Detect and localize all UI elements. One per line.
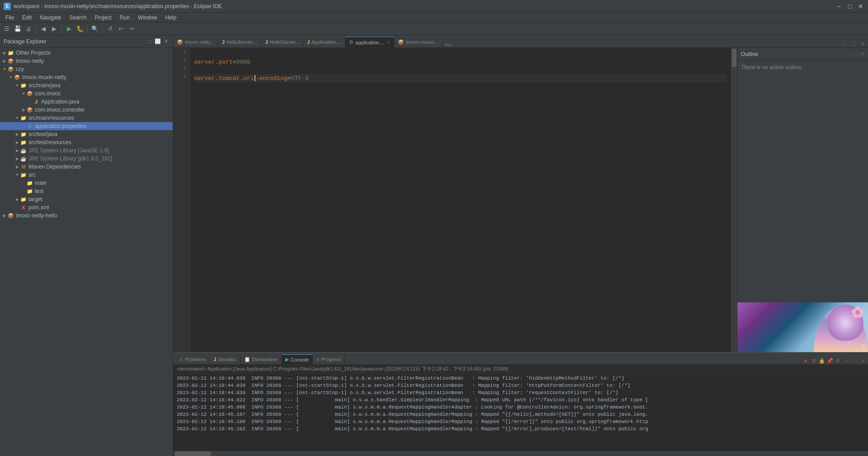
tab-javadoc[interactable]: J Javadoc: [210, 354, 241, 364]
tab-problems[interactable]: ⚠ Problems: [175, 354, 210, 364]
package-explorer-header: Package Explorer □ ⬜ ✕: [0, 35, 173, 48]
toolbar-undo[interactable]: ↩: [116, 24, 126, 34]
tree-label-src: src: [28, 172, 36, 178]
console-line-6: 2023-02-12 14:18:45.187 INFO 20368 --- […: [177, 411, 864, 418]
tree-item-czy[interactable]: ▼📦czy: [0, 65, 173, 73]
maximize-button[interactable]: □: [846, 3, 854, 10]
tab-imooc-netty[interactable]: 📦 imooc-netty...: [173, 37, 218, 47]
outline-close-btn[interactable]: ✕: [860, 51, 864, 57]
menu-edit[interactable]: Edit: [19, 14, 35, 22]
tree-label-imooc-netty-hello: imooc-netty-hello: [16, 212, 57, 219]
console-output[interactable]: 2023-02-12 14:18:44.839 INFO 20368 --- […: [173, 374, 868, 451]
line-num-4: 4: [173, 74, 190, 82]
editor-vscroll[interactable]: [731, 48, 737, 352]
menu-search[interactable]: Search: [66, 14, 90, 22]
console-pin-btn[interactable]: 📌: [826, 357, 834, 364]
menu-navigate[interactable]: Navigate: [36, 14, 65, 22]
tab-overflow[interactable]: »₁₅: [442, 42, 454, 47]
tree-item-imooc-muxin-netty[interactable]: ▼📦imooc-muxin-netty: [0, 73, 173, 81]
tree-item-pom-xml[interactable]: Xpom.xml: [0, 203, 173, 212]
tree-item-Application-java[interactable]: JApplication.java: [0, 98, 173, 106]
tab-application-properties[interactable]: ⚙ application.... ✕: [345, 37, 394, 47]
tree-icon-src-main-java: 📁: [20, 82, 27, 89]
toolbar-run[interactable]: ▶: [64, 24, 74, 34]
vscroll-thumb[interactable]: [732, 49, 736, 67]
tree-item-target[interactable]: ▶📁target: [0, 195, 173, 203]
line-num-1: 1: [173, 50, 190, 58]
console-settings-btn[interactable]: ⚙: [835, 357, 842, 364]
tree-item-test[interactable]: 📁test: [0, 187, 173, 195]
panel-minimize-btn[interactable]: □: [146, 38, 153, 45]
tree-arrow-src-main-resources: ▼: [14, 114, 20, 122]
bottom-hscroll[interactable]: [173, 451, 868, 456]
panel-maximize-btn[interactable]: ⬜: [155, 38, 161, 45]
console-scroll-lock-btn[interactable]: 🔒: [818, 357, 826, 364]
tree-item-src-main-java[interactable]: ▼📁src/main/java: [0, 81, 173, 89]
outline-panel: Outline ─ □ ✕ There is no active outline…: [737, 48, 868, 352]
tab-icon: J: [222, 40, 225, 45]
editor-content[interactable]: server.port=8080 server.tomcat.uri-encod…: [190, 48, 731, 352]
bottom-panel: ⚠ Problems J Javadoc 📋 Declaration ▶ Con…: [173, 352, 868, 456]
tab-imooc-muxin[interactable]: 📦 imooc-muxin...: [394, 37, 443, 47]
tab-progress[interactable]: ≡ Progress: [313, 354, 345, 364]
menu-run[interactable]: Run: [116, 14, 133, 22]
tab-icon: 📦: [177, 39, 183, 45]
tree-icon-target: 📁: [20, 196, 27, 203]
bottom-maximize-btn[interactable]: □: [851, 357, 858, 364]
declaration-icon: 📋: [244, 357, 250, 362]
toolbar-print[interactable]: 🖨: [24, 24, 33, 34]
menu-project[interactable]: Project: [91, 14, 115, 22]
editor-maximize-btn[interactable]: □: [850, 40, 857, 47]
toolbar-refresh[interactable]: ↺: [105, 24, 115, 34]
tab-close-btn[interactable]: ✕: [387, 40, 390, 45]
editor-minimize-btn[interactable]: ─: [841, 40, 848, 47]
console-line-7: 2023-02-12 14:18:45.190 INFO 20368 --- […: [177, 418, 864, 425]
tree-item-src[interactable]: ▼📁src: [0, 171, 173, 179]
tab-hello-server1[interactable]: J HelloServer....: [218, 37, 262, 47]
outline-maximize-btn[interactable]: □: [855, 52, 859, 57]
hscroll-thumb[interactable]: [175, 451, 211, 456]
outline-minimize-btn[interactable]: ─: [850, 52, 854, 57]
tab-console[interactable]: ▶ Console: [282, 354, 313, 364]
tree-item-other-projects[interactable]: ▶📁Other Projects: [0, 49, 173, 57]
tab-declaration[interactable]: 📋 Declaration: [241, 354, 282, 364]
tree-arrow-target: ▶: [14, 195, 20, 203]
tree-item-imooc-netty-hello[interactable]: ▶📦imooc-netty-hello: [0, 212, 173, 220]
toolbar-redo[interactable]: ↪: [127, 24, 137, 34]
tree-item-com-imooc[interactable]: ▼📦com.imooc: [0, 89, 173, 98]
minimize-button[interactable]: −: [835, 3, 843, 10]
menu-window[interactable]: Window: [134, 14, 161, 22]
bottom-minimize-btn[interactable]: ─: [843, 357, 850, 364]
menu-bar: File Edit Navigate Search Project Run Wi…: [0, 13, 868, 23]
bottom-close-btn[interactable]: ✕: [859, 357, 866, 364]
editor-close-btn[interactable]: ✕: [859, 40, 866, 47]
tree-arrow-jre-system-181: ▶: [14, 155, 20, 163]
tree-item-jre-system-181[interactable]: ▶☕JRE System Library [jdk1.8.0_181]: [0, 155, 173, 163]
toolbar-debug[interactable]: 🐛: [75, 24, 85, 34]
menu-help[interactable]: Help: [162, 14, 180, 22]
menu-file[interactable]: File: [2, 14, 18, 22]
close-button[interactable]: ✕: [857, 3, 864, 10]
tree-item-src-test-resources[interactable]: ▶📁src/test/resources: [0, 138, 173, 146]
tree-item-imooc-netty[interactable]: ▶📦imooc-netty: [0, 57, 173, 65]
tab-hello-server2[interactable]: J HelloServer...: [262, 37, 304, 47]
tree-item-application-properties[interactable]: ⚙application.properties: [0, 122, 173, 130]
toolbar-new[interactable]: ☰: [2, 24, 12, 34]
tree-item-src-test-java[interactable]: ▶📁src/test/java: [0, 130, 173, 138]
toolbar-forward[interactable]: ▶: [49, 24, 59, 34]
tree-item-src-main-resources[interactable]: ▼📁src/main/resources: [0, 114, 173, 122]
line-num-3: 3: [173, 66, 190, 74]
toolbar-back[interactable]: ◀: [38, 24, 48, 34]
tab-application[interactable]: J Application....: [303, 37, 345, 47]
tree-item-maven-deps[interactable]: ▶MMaven Dependencies: [0, 163, 173, 171]
console-clear-btn[interactable]: 🗑: [810, 357, 817, 364]
tree-item-com-imooc-controller[interactable]: ▶📦com.imooc.controller: [0, 106, 173, 114]
console-stop-btn[interactable]: ■: [802, 357, 809, 364]
tree-item-jre-system-1.8[interactable]: ▶☕JRE System Library [JavaSE-1.8]: [0, 146, 173, 155]
tree-icon-other-projects: 📁: [7, 49, 14, 56]
line-numbers: 1 2 3 4: [173, 48, 190, 352]
tree-item-main[interactable]: 📁main: [0, 179, 173, 187]
panel-close-btn[interactable]: ✕: [163, 38, 169, 45]
toolbar-save[interactable]: 💾: [13, 24, 23, 34]
toolbar-search[interactable]: 🔍: [90, 24, 100, 34]
